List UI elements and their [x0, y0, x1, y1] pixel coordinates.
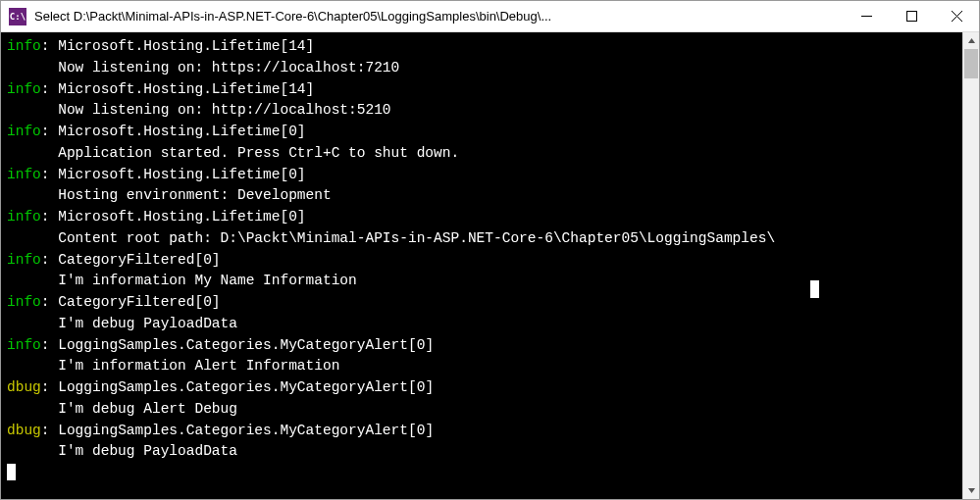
log-category: : Microsoft.Hosting.Lifetime[0]	[41, 209, 306, 225]
log-level: info	[7, 294, 41, 310]
log-level: info	[7, 337, 41, 353]
log-category: : Microsoft.Hosting.Lifetime[14]	[41, 38, 314, 54]
log-category: : LoggingSamples.Categories.MyCategoryAl…	[41, 337, 434, 353]
log-category: : LoggingSamples.Categories.MyCategoryAl…	[41, 423, 434, 438]
log-category: : CategoryFiltered[0]	[41, 294, 221, 310]
log-header-line: info: LoggingSamples.Categories.MyCatego…	[7, 335, 956, 357]
console-area: info: Microsoft.Hosting.Lifetime[14] Now…	[1, 32, 979, 499]
scroll-track[interactable]	[963, 49, 979, 482]
log-message-line: Application started. Press Ctrl+C to shu…	[7, 143, 956, 165]
text-cursor	[810, 280, 819, 298]
log-message-line: Now listening on: http://localhost:5210	[7, 100, 956, 122]
window-title: Select D:\Packt\Minimal-APIs-in-ASP.NET-…	[34, 9, 844, 24]
log-message-line: I'm debug PayloadData	[7, 441, 956, 463]
log-level: info	[7, 81, 41, 97]
console-output[interactable]: info: Microsoft.Hosting.Lifetime[14] Now…	[1, 32, 962, 499]
maximize-button[interactable]	[889, 1, 934, 31]
log-message-line: I'm debug Alert Debug	[7, 399, 956, 421]
log-level: info	[7, 124, 41, 139]
log-category: : Microsoft.Hosting.Lifetime[14]	[41, 81, 314, 97]
log-message-line: I'm debug PayloadData	[7, 314, 956, 335]
app-icon: C:\	[9, 8, 26, 25]
log-category: : CategoryFiltered[0]	[41, 252, 221, 268]
svg-rect-1	[906, 12, 916, 22]
log-level: dbug	[7, 379, 41, 395]
log-header-line: info: Microsoft.Hosting.Lifetime[0]	[7, 122, 956, 143]
log-header-line: info: Microsoft.Hosting.Lifetime[14]	[7, 79, 956, 101]
log-level: info	[7, 252, 41, 268]
log-header-line: dbug: LoggingSamples.Categories.MyCatego…	[7, 377, 956, 399]
log-category: : Microsoft.Hosting.Lifetime[0]	[41, 167, 306, 182]
scroll-thumb[interactable]	[964, 49, 978, 78]
minimize-button[interactable]	[844, 1, 889, 31]
log-message-line: Content root path: D:\Packt\Minimal-APIs…	[7, 228, 956, 250]
window-titlebar: C:\ Select D:\Packt\Minimal-APIs-in-ASP.…	[1, 1, 979, 32]
log-header-line: info: Microsoft.Hosting.Lifetime[14]	[7, 36, 956, 58]
prompt-line	[7, 463, 956, 484]
log-level: dbug	[7, 423, 41, 438]
window-controls	[844, 1, 979, 31]
prompt-cursor	[7, 464, 16, 480]
log-message-line: Now listening on: https://localhost:7210	[7, 58, 956, 79]
close-button[interactable]	[934, 1, 979, 31]
log-category: : Microsoft.Hosting.Lifetime[0]	[41, 124, 306, 139]
log-level: info	[7, 209, 41, 225]
log-level: info	[7, 167, 41, 182]
scroll-down-arrow[interactable]	[963, 482, 979, 499]
log-message-line: I'm information Alert Information	[7, 356, 956, 377]
log-header-line: info: Microsoft.Hosting.Lifetime[0]	[7, 165, 956, 186]
log-category: : LoggingSamples.Categories.MyCategoryAl…	[41, 379, 434, 395]
log-message-line: Hosting environment: Development	[7, 185, 956, 207]
log-header-line: dbug: LoggingSamples.Categories.MyCatego…	[7, 421, 956, 442]
log-header-line: info: CategoryFiltered[0]	[7, 250, 956, 272]
vertical-scrollbar[interactable]	[962, 32, 979, 499]
log-header-line: info: Microsoft.Hosting.Lifetime[0]	[7, 207, 956, 228]
log-level: info	[7, 38, 41, 54]
scroll-up-arrow[interactable]	[963, 32, 979, 49]
